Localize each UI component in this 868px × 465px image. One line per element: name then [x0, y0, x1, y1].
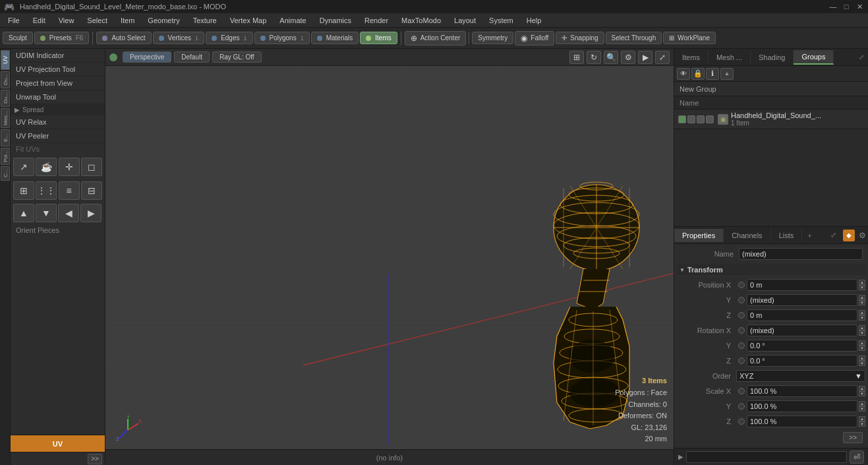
strip-btn-e[interactable]: E...	[1, 129, 10, 146]
default-btn[interactable]: Default	[174, 51, 210, 63]
scale-x-down[interactable]: ▼	[859, 391, 865, 396]
uv-active-bar[interactable]: UV	[11, 435, 105, 452]
menu-vertex-map[interactable]: Vertex Map	[225, 15, 272, 26]
pos-z-dot[interactable]	[738, 312, 745, 319]
materials-btn[interactable]: Materials	[311, 32, 359, 44]
icon-pattern[interactable]: ⊟	[81, 181, 102, 200]
menu-select[interactable]: Select	[82, 15, 113, 26]
vis-dot-2[interactable]	[687, 115, 695, 123]
ray-gl-btn[interactable]: Ray GL: Off	[212, 51, 262, 63]
props-gear-btn[interactable]: ⚙	[856, 230, 868, 241]
pos-z-value[interactable]: 0 m	[747, 309, 857, 321]
arrow-down[interactable]: ▼	[36, 204, 57, 222]
vp-icon-expand[interactable]: ⤢	[655, 51, 670, 64]
action-center-btn[interactable]: ⊕ Action Center	[405, 31, 467, 46]
edges-btn[interactable]: Edges 1	[206, 32, 252, 44]
cmd-execute-btn[interactable]: ⏎	[850, 450, 864, 464]
vp-icon-settings[interactable]: ⚙	[621, 51, 635, 64]
viewport[interactable]: Perspective Default Ray GL: Off ⊞ ↻ 🔍 ⚙ …	[105, 49, 674, 465]
menu-maxtomode[interactable]: MaxToModo	[396, 15, 446, 26]
expand-btn[interactable]: >>	[88, 454, 102, 464]
pos-z-down[interactable]: ▼	[859, 315, 865, 321]
more-btn[interactable]: >>	[843, 432, 863, 443]
transform-section[interactable]: ▼ Transform	[677, 264, 865, 276]
tab-items[interactable]: Items	[674, 51, 709, 64]
props-tab-channels[interactable]: Channels	[724, 229, 770, 242]
uv-peeler[interactable]: UV Peeler	[11, 129, 105, 143]
snapping-btn[interactable]: ✛ Snapping	[556, 32, 604, 44]
menu-geometry[interactable]: Geometry	[142, 15, 185, 26]
rot-x-value[interactable]: (mixed)	[747, 325, 857, 336]
falloff-btn[interactable]: ◉ Falloff	[515, 31, 554, 46]
icon-arrow-ne[interactable]: ↗	[13, 158, 34, 176]
menu-layout[interactable]: Layout	[449, 15, 481, 26]
rot-x-up[interactable]: ▲	[859, 325, 865, 330]
strip-btn-pol[interactable]: Pol...	[1, 148, 10, 165]
rot-z-down[interactable]: ▼	[859, 361, 865, 366]
items-btn[interactable]: Items	[360, 32, 397, 44]
rot-z-value[interactable]: 0.0 °	[747, 355, 857, 367]
tab-shading[interactable]: Shading	[751, 51, 794, 64]
menu-item[interactable]: Item	[115, 15, 140, 26]
icon-box[interactable]: ◻	[81, 158, 102, 176]
uv-projection-tool[interactable]: UV Projection Tool	[11, 63, 105, 77]
arrow-left[interactable]: ◀	[58, 204, 79, 222]
strip-btn-mes[interactable]: Mes...	[1, 108, 10, 128]
menu-texture[interactable]: Texture	[188, 15, 222, 26]
unwrap-tool[interactable]: Unwrap Tool	[11, 90, 105, 104]
props-add-tab-btn[interactable]: +	[802, 229, 817, 242]
vp-icon-rotate[interactable]: ↻	[587, 51, 601, 64]
udim-indicator[interactable]: UDIM Indicator	[11, 49, 105, 63]
icon-cup[interactable]: ☕	[36, 158, 57, 176]
pos-x-up[interactable]: ▲	[859, 280, 865, 285]
tab-mesh[interactable]: Mesh ...	[709, 51, 751, 64]
close-btn[interactable]: ✕	[855, 2, 864, 11]
vis-dot-4[interactable]	[706, 115, 714, 123]
scale-z-dot[interactable]	[738, 418, 745, 425]
pos-x-dot[interactable]	[738, 282, 745, 288]
vis-eye-dot[interactable]	[678, 115, 686, 123]
command-input[interactable]	[686, 451, 847, 463]
rot-y-up[interactable]: ▲	[859, 340, 865, 346]
strip-btn-du2[interactable]: Du...	[1, 90, 10, 107]
symmetry-btn[interactable]: Symmetry	[472, 32, 513, 44]
vp-icon-zoom[interactable]: 🔍	[604, 51, 618, 64]
scene-item[interactable]: ▣ Handheld_Digital_Sound_... 1 Item	[674, 109, 868, 129]
pos-y-up[interactable]: ▲	[859, 295, 865, 300]
spread-section[interactable]: ▶ Spread	[11, 104, 105, 115]
vp-icon-grid[interactable]: ⊞	[569, 51, 584, 64]
strip-btn-c[interactable]: C...	[1, 166, 10, 181]
rot-y-dot[interactable]	[738, 342, 745, 349]
pos-y-dot[interactable]	[738, 297, 745, 303]
presets-btn[interactable]: Presets F6	[34, 32, 90, 44]
tab-groups[interactable]: Groups	[794, 50, 834, 65]
pos-z-up[interactable]: ▲	[859, 310, 865, 315]
scale-y-value[interactable]: 100.0 %	[747, 400, 857, 412]
perspective-btn[interactable]: Perspective	[123, 51, 171, 63]
name-field-value[interactable]: (mixed)	[739, 248, 863, 260]
menu-render[interactable]: Render	[359, 15, 393, 26]
pos-x-value[interactable]: 0 m	[747, 279, 857, 291]
scale-z-up[interactable]: ▲	[859, 416, 865, 421]
minimize-btn[interactable]: —	[828, 2, 838, 11]
menu-dynamics[interactable]: Dynamics	[314, 15, 357, 26]
titlebar-controls[interactable]: — □ ✕	[828, 2, 864, 11]
rot-x-dot[interactable]	[738, 327, 745, 334]
st-lock-btn[interactable]: 🔒	[691, 68, 705, 80]
vp-icon-play[interactable]: ▶	[638, 51, 652, 64]
workplane-btn[interactable]: ⊞ WorkPlane	[663, 32, 716, 44]
icon-grid-view[interactable]: ⊞	[13, 181, 34, 200]
rot-y-down[interactable]: ▼	[859, 346, 865, 351]
maximize-btn[interactable]: □	[842, 2, 851, 11]
scale-y-up[interactable]: ▲	[859, 401, 865, 406]
auto-select-btn[interactable]: Auto Select	[96, 32, 151, 44]
menu-help[interactable]: Help	[521, 15, 547, 26]
icon-dots[interactable]: ⋮⋮	[36, 181, 57, 200]
menu-file[interactable]: File	[3, 15, 25, 26]
rot-x-down[interactable]: ▼	[859, 330, 865, 336]
arrow-up[interactable]: ▲	[13, 204, 34, 222]
scale-x-dot[interactable]	[738, 388, 745, 394]
select-through-btn[interactable]: Select Through	[606, 32, 662, 44]
st-info-btn[interactable]: ℹ	[706, 68, 719, 80]
rot-z-up[interactable]: ▲	[859, 356, 865, 361]
